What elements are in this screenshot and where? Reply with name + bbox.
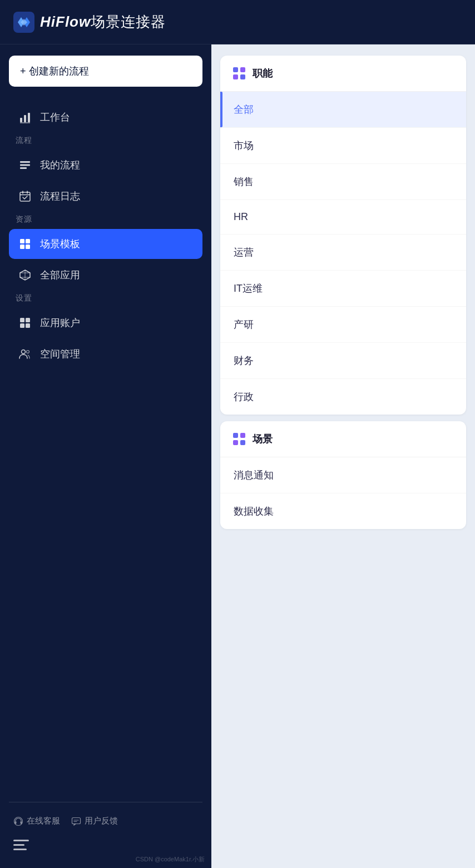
category-header-scene: 场景 xyxy=(220,421,466,457)
comment-icon xyxy=(71,816,81,826)
category-item-hr[interactable]: HR xyxy=(220,200,466,235)
category-header-zhineng: 职能 xyxy=(220,56,466,92)
svg-rect-8 xyxy=(20,192,30,201)
section-label-resources: 资源 xyxy=(9,212,202,229)
logo-icon xyxy=(13,12,34,33)
feedback-link[interactable]: 用户反馈 xyxy=(71,816,118,826)
logo-area: HiFlow场景连接器 xyxy=(13,12,166,33)
category-card-scene: 场景 消息通知 数据收集 xyxy=(220,421,466,529)
right-panel: 职能 全部 市场 销售 HR 运营 IT运维 产研 财务 行政 xyxy=(211,44,475,868)
category-item-sales[interactable]: 销售 xyxy=(220,164,466,200)
sidebar-item-flow-log-label: 流程日志 xyxy=(40,189,80,203)
template-icon xyxy=(18,237,32,251)
feedback-label: 用户反馈 xyxy=(85,816,118,826)
category-item-product[interactable]: 产研 xyxy=(220,307,466,343)
svg-point-24 xyxy=(22,350,26,354)
category-card-zhineng: 职能 全部 市场 销售 HR 运营 IT运维 产研 财务 行政 xyxy=(220,56,466,415)
svg-rect-12 xyxy=(20,239,24,243)
svg-rect-6 xyxy=(20,164,30,166)
svg-rect-21 xyxy=(26,318,30,322)
category-item-admin[interactable]: 行政 xyxy=(220,379,466,415)
svg-rect-28 xyxy=(21,821,22,824)
svg-rect-23 xyxy=(26,323,30,328)
logo-title: HiFlow场景连接器 xyxy=(40,12,166,32)
category-item-all[interactable]: 全部 xyxy=(220,92,466,128)
chart-bar-icon xyxy=(18,110,32,124)
list-icon xyxy=(18,158,32,172)
section-label-flows: 流程 xyxy=(9,133,202,150)
bottom-links: 在线客服 用户反馈 xyxy=(9,811,202,833)
svg-rect-1 xyxy=(20,118,22,122)
svg-rect-15 xyxy=(26,245,30,249)
svg-rect-2 xyxy=(24,115,26,122)
category-title-zhineng: 职能 xyxy=(253,67,273,80)
sidebar-item-app-account-label: 应用账户 xyxy=(40,316,80,330)
svg-rect-27 xyxy=(15,821,17,824)
sidebar-item-all-apps-label: 全部应用 xyxy=(40,268,80,282)
svg-rect-22 xyxy=(20,323,24,328)
sidebar-item-scene-template[interactable]: 场景模板 xyxy=(9,229,202,259)
header: HiFlow场景连接器 xyxy=(0,0,475,44)
sidebar-item-all-apps[interactable]: 全部应用 xyxy=(9,260,202,290)
sidebar-item-my-flows[interactable]: 我的流程 xyxy=(9,150,202,180)
sidebar-item-workbench-label: 工作台 xyxy=(40,111,70,124)
svg-rect-29 xyxy=(72,817,81,824)
sidebar-item-scene-template-label: 场景模板 xyxy=(40,237,80,251)
category-icon-zhineng xyxy=(231,66,247,81)
apps-icon xyxy=(18,316,32,330)
cube-icon xyxy=(18,268,32,282)
sidebar-item-flow-log[interactable]: 流程日志 xyxy=(9,181,202,211)
category-icon-scene xyxy=(231,431,247,447)
svg-rect-20 xyxy=(20,318,24,322)
category-item-finance[interactable]: 财务 xyxy=(220,343,466,379)
svg-rect-13 xyxy=(26,239,30,243)
sidebar-bottom: 在线客服 用户反馈 xyxy=(9,802,202,857)
menu-bars-icon xyxy=(13,840,198,850)
sidebar: + 创建新的流程 工作台 流程 xyxy=(0,44,211,868)
category-title-scene: 场景 xyxy=(253,432,273,446)
users-icon xyxy=(18,347,32,361)
menu-toggle-button[interactable] xyxy=(9,833,202,857)
category-item-market[interactable]: 市场 xyxy=(220,128,466,164)
calendar-check-icon xyxy=(18,189,32,203)
svg-rect-7 xyxy=(20,167,27,169)
headset-icon xyxy=(13,816,23,826)
category-item-msg-notify[interactable]: 消息通知 xyxy=(220,457,466,493)
svg-rect-5 xyxy=(20,161,30,163)
create-flow-button[interactable]: + 创建新的流程 xyxy=(9,56,202,87)
category-item-it-ops[interactable]: IT运维 xyxy=(220,271,466,307)
category-item-ops[interactable]: 运营 xyxy=(220,235,466,271)
sidebar-item-space-manage[interactable]: 空间管理 xyxy=(9,339,202,369)
customer-service-label: 在线客服 xyxy=(27,816,60,826)
sidebar-item-space-manage-label: 空间管理 xyxy=(40,347,80,361)
watermark: CSDN @codeMak1r.小新 xyxy=(136,855,205,864)
section-label-settings: 设置 xyxy=(9,291,202,308)
sidebar-item-app-account[interactable]: 应用账户 xyxy=(9,308,202,338)
svg-rect-3 xyxy=(28,113,30,122)
svg-rect-14 xyxy=(20,245,24,249)
main-layout: + 创建新的流程 工作台 流程 xyxy=(0,44,475,868)
sidebar-item-workbench[interactable]: 工作台 xyxy=(9,102,202,132)
category-item-data-collect[interactable]: 数据收集 xyxy=(220,493,466,529)
sidebar-item-my-flows-label: 我的流程 xyxy=(40,158,80,172)
customer-service-link[interactable]: 在线客服 xyxy=(13,816,60,826)
svg-point-25 xyxy=(27,351,29,353)
